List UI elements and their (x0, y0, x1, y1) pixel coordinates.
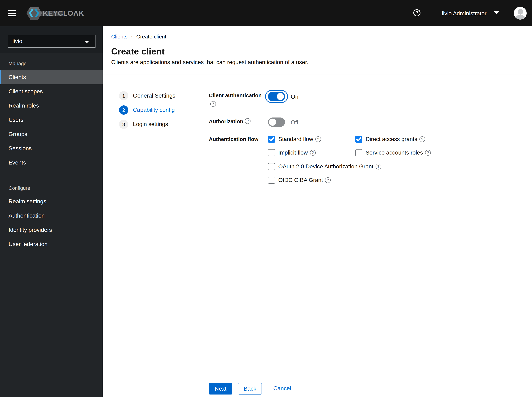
keycloak-logo[interactable]: KEYCLOAK (26, 6, 98, 20)
svg-text:KEYCLOAK: KEYCLOAK (43, 9, 84, 17)
wizard-step-login-settings[interactable]: 3 Login settings (119, 120, 168, 129)
checkbox-service-accounts-roles[interactable] (355, 149, 362, 156)
option-oidc-ciba-grant[interactable]: OIDC CIBA Grant ? (268, 177, 331, 184)
sidebar-item-client-scopes[interactable]: Client scopes (0, 84, 103, 99)
sidebar-item-realm-settings[interactable]: Realm settings (0, 194, 103, 209)
sidebar-item-identity-providers[interactable]: Identity providers (0, 223, 103, 237)
option-label[interactable]: Implicit flow (278, 149, 308, 156)
next-button[interactable]: Next (209, 383, 232, 395)
step-label: Login settings (133, 121, 168, 127)
oidc-ciba-grant-help-icon[interactable]: ? (325, 177, 331, 183)
client-authentication-help-icon[interactable]: ? (210, 101, 216, 107)
breadcrumb-current: Create client (136, 33, 166, 39)
avatar[interactable] (514, 7, 527, 19)
option-implicit-flow[interactable]: Implicit flow ? (268, 149, 316, 156)
cancel-button[interactable]: Cancel (271, 383, 294, 395)
client-authentication-label: Client authentication (209, 92, 262, 98)
step-label: General Settings (133, 93, 175, 99)
check-icon (356, 137, 361, 141)
option-oauth-device-grant[interactable]: OAuth 2.0 Device Authorization Grant ? (268, 163, 381, 170)
realm-selector[interactable]: livio (8, 35, 95, 48)
realm-caret-icon (84, 41, 89, 43)
option-label[interactable]: Standard flow (278, 136, 313, 143)
nav-section-configure: Configure (9, 185, 30, 191)
nav-section-manage: Manage (9, 61, 26, 66)
option-label[interactable]: OIDC CIBA Grant (278, 177, 323, 183)
checkbox-standard-flow[interactable] (268, 136, 275, 143)
option-service-accounts-roles[interactable]: Service accounts roles ? (355, 149, 431, 156)
wizard-step-general-settings[interactable]: 1 General Settings (119, 91, 175, 100)
checkbox-oauth-device-grant[interactable] (268, 163, 275, 170)
back-button[interactable]: Back (238, 383, 262, 395)
user-menu-label[interactable]: livio Administrator (442, 10, 487, 17)
wizard-divider (200, 83, 200, 397)
realm-selector-section: livio (0, 26, 103, 53)
step-label: Capability config (133, 107, 175, 113)
breadcrumb-separator-icon: › (131, 34, 133, 39)
sidebar-item-authentication[interactable]: Authentication (0, 209, 103, 223)
authorization-help-icon[interactable]: ? (245, 118, 251, 124)
sidebar-item-realm-roles[interactable]: Realm roles (0, 99, 103, 113)
client-authentication-toggle[interactable] (268, 92, 285, 101)
step-number: 2 (119, 105, 128, 115)
option-standard-flow[interactable]: Standard flow ? (268, 136, 321, 143)
checkbox-direct-access-grants[interactable] (355, 136, 362, 143)
check-icon (269, 137, 274, 141)
sidebar-item-events[interactable]: Events (0, 155, 103, 170)
direct-access-grants-help-icon[interactable]: ? (419, 136, 425, 142)
wizard-step-capability-config[interactable]: 2 Capability config (119, 105, 175, 115)
option-direct-access-grants[interactable]: Direct access grants ? (355, 136, 425, 143)
client-authentication-state: On (291, 93, 298, 100)
option-label[interactable]: OAuth 2.0 Device Authorization Grant (278, 163, 374, 170)
checkbox-implicit-flow[interactable] (268, 149, 275, 156)
step-number: 1 (119, 91, 128, 100)
user-menu-caret-icon[interactable] (494, 11, 499, 14)
sidebar-item-sessions[interactable]: Sessions (0, 141, 103, 155)
authorization-label: Authorization (209, 118, 243, 124)
sidebar: livio Manage Clients Client scopes Realm… (0, 26, 103, 397)
authentication-flow-label: Authentication flow (209, 136, 258, 142)
sidebar-item-users[interactable]: Users (0, 113, 103, 127)
oauth-device-grant-help-icon[interactable]: ? (376, 164, 381, 169)
checkbox-oidc-ciba-grant[interactable] (268, 177, 275, 184)
realm-name: livio (13, 38, 22, 44)
page-description: Clients are applications and services th… (111, 59, 308, 66)
sidebar-item-clients[interactable]: Clients (0, 70, 103, 84)
header-divider (103, 74, 532, 74)
masthead: KEYCLOAK ? livio Administrator (0, 0, 532, 26)
page-title: Create client (111, 46, 165, 57)
step-number: 3 (119, 120, 128, 129)
sidebar-item-groups[interactable]: Groups (0, 127, 103, 141)
menu-hamburger-icon[interactable] (8, 10, 16, 16)
breadcrumb: Clients›Create client (111, 33, 166, 40)
sidebar-item-user-federation[interactable]: User federation (0, 237, 103, 251)
breadcrumb-clients[interactable]: Clients (111, 33, 127, 39)
authorization-toggle[interactable] (268, 118, 285, 127)
option-label[interactable]: Service accounts roles (366, 149, 423, 156)
standard-flow-help-icon[interactable]: ? (315, 136, 321, 142)
service-accounts-roles-help-icon[interactable]: ? (425, 150, 431, 155)
help-icon[interactable]: ? (413, 9, 420, 16)
option-label[interactable]: Direct access grants (366, 136, 417, 143)
implicit-flow-help-icon[interactable]: ? (310, 150, 316, 155)
authorization-state: Off (291, 119, 298, 126)
